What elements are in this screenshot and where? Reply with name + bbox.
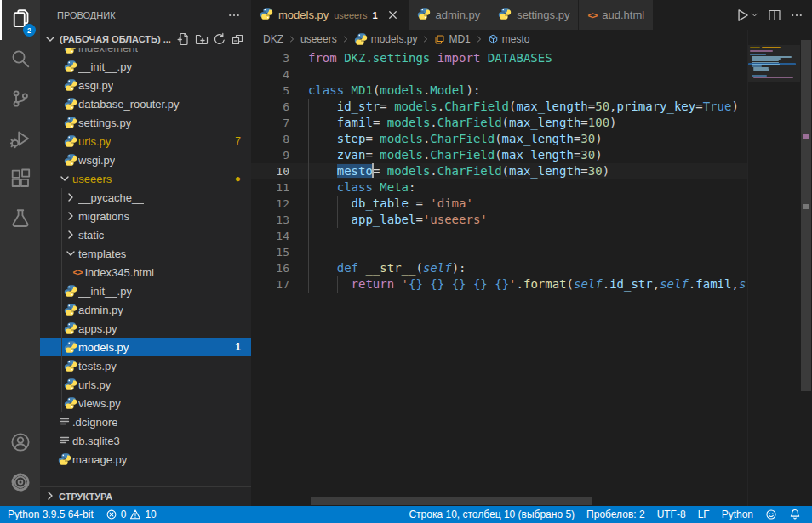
new-file-icon[interactable] [175, 31, 192, 48]
code-line-15: 15 [251, 244, 747, 260]
error-count: 0 [121, 509, 127, 520]
tree-item-indexlement[interactable]: indexlement [40, 48, 251, 57]
refresh-icon[interactable] [211, 31, 228, 48]
status-eol[interactable]: LF [692, 506, 716, 523]
more-actions-icon[interactable] [788, 7, 805, 24]
new-folder-icon[interactable] [193, 31, 210, 48]
run-python-file-icon[interactable] [733, 6, 761, 25]
python-icon [260, 7, 273, 23]
problems-badge: 1 [235, 341, 251, 353]
tree-item-label: apps.py [78, 322, 117, 335]
chevron-right-icon [63, 209, 78, 223]
tree-item-manage.py[interactable]: manage.py [40, 450, 251, 469]
outline-section-header[interactable]: СТРУКТУРА [40, 486, 251, 506]
source-control-icon [10, 88, 31, 112]
split-editor-icon[interactable] [766, 7, 783, 24]
tree-item-views.py[interactable]: views.py [40, 394, 251, 412]
tree-item-__init__.py[interactable]: __init__.py [40, 57, 251, 76]
views-and-more-icon[interactable] [226, 7, 243, 24]
activity-bar-search[interactable] [0, 40, 40, 80]
tree-item-wsgi.py[interactable]: wsgi.py [40, 151, 251, 169]
tree-item-models.py[interactable]: models.py 1 [40, 338, 251, 356]
editor[interactable]: DKZ useeers models.py MD1 mesto 3from DK… [251, 30, 812, 506]
tree-item-apps.py[interactable]: apps.py [40, 319, 251, 338]
activity-bar-testing[interactable] [0, 200, 40, 240]
tree-item-urls.py[interactable]: urls.py [40, 375, 251, 394]
tree-item-label: db.sqlite3 [72, 435, 120, 447]
tree-item-label: useeers [72, 173, 112, 185]
python-icon [63, 48, 78, 54]
tree-item-index345.html[interactable]: <>index345.html [40, 263, 251, 281]
gear-icon [10, 472, 31, 496]
status-notifications[interactable] [783, 506, 807, 523]
activity-bar-manage[interactable] [0, 463, 40, 503]
tab-aud.html[interactable]: <> aud.html [579, 0, 654, 30]
collapse-all-icon[interactable] [229, 31, 246, 48]
tree-item-admin.py[interactable]: admin.py [40, 300, 251, 319]
activity-bar-run-and-debug[interactable] [0, 120, 40, 160]
editor-area: models.py useeers 1 admin.py settings.py… [251, 0, 812, 506]
minimap[interactable] [747, 30, 800, 506]
tab-models.py[interactable]: models.py useeers 1 [251, 0, 409, 30]
breadcrumb-MD1[interactable]: MD1 [434, 33, 470, 45]
chevron-right-icon [63, 190, 78, 204]
warning-count: 10 [145, 509, 156, 520]
tab-settings.py[interactable]: settings.py [489, 0, 579, 30]
tree-item-settings.py[interactable]: settings.py [40, 113, 251, 132]
tree-item-tests.py[interactable]: tests.py [40, 356, 251, 375]
tree-item-migrations[interactable]: migrations [40, 207, 251, 225]
python-icon [63, 97, 78, 111]
tree-item-__init__.py[interactable]: __init__.py [40, 281, 251, 300]
tree-item-templates[interactable]: templates [40, 244, 251, 263]
tree-item-database_roouter.py[interactable]: database_roouter.py [40, 94, 251, 113]
python-icon [63, 60, 78, 73]
breadcrumb-useeers[interactable]: useeers [300, 33, 337, 45]
breadcrumb-label: useeers [300, 33, 337, 45]
tree-item-static[interactable]: static [40, 225, 251, 244]
vscode-window: 2 ПРОВОДНИК (РАБОЧАЯ ОБЛАСТЬ) ... [0, 0, 812, 506]
code-view[interactable]: 3from DKZ.settings import DATABASES 4 5c… [251, 48, 747, 496]
workspace-section-header[interactable]: (РАБОЧАЯ ОБЛАСТЬ) ... [40, 30, 251, 48]
code-line-4: 4 [251, 66, 747, 82]
status-label: LF [698, 509, 710, 520]
minimap-line [750, 50, 773, 52]
line-number: 11 [251, 179, 289, 196]
status-cursor-position[interactable]: Строка 10, столбец 10 (выбрано 5) [403, 506, 580, 523]
vertical-scrollbar[interactable] [800, 30, 812, 506]
status-encoding[interactable]: UTF-8 [651, 506, 692, 523]
activity-bar-source-control[interactable] [0, 80, 40, 120]
status-problems[interactable]: 0 10 [100, 506, 163, 523]
breadcrumb-DKZ[interactable]: DKZ [263, 33, 283, 45]
problems-badge: 7 [235, 135, 251, 147]
breadcrumb-mesto[interactable]: mesto [488, 33, 530, 45]
explorer-title: ПРОВОДНИК [57, 10, 116, 20]
activity-bar-accounts[interactable] [0, 424, 40, 463]
python-icon [63, 153, 78, 167]
tree-item-asgi.py[interactable]: asgi.py [40, 76, 251, 94]
tab-admin.py[interactable]: admin.py [409, 0, 490, 30]
breadcrumb-models.py[interactable]: models.py [354, 32, 418, 46]
tree-item-.dcignore[interactable]: .dcignore [40, 412, 251, 431]
tree-item-__pycache__[interactable]: __pycache__ [40, 188, 251, 207]
tree-item-db.sqlite3[interactable]: db.sqlite3 [40, 431, 251, 450]
tree-item-useeers[interactable]: useeers ● [40, 169, 251, 188]
status-indentation[interactable]: Пробелов: 2 [580, 506, 651, 523]
explorer-badge: 2 [23, 24, 36, 37]
status-bar: Python 3.9.5 64-bit 0 10 Строка 10, стол… [0, 506, 812, 523]
chevron-down-icon [57, 172, 72, 185]
status-feedback[interactable] [759, 506, 783, 523]
minimap-line [752, 60, 779, 61]
status-python-interpreter[interactable]: Python 3.9.5 64-bit [2, 506, 100, 523]
activity-bar-explorer[interactable]: 2 [0, 0, 40, 40]
tree-item-urls.py[interactable]: urls.py 7 [40, 132, 251, 151]
close-icon[interactable] [386, 9, 399, 21]
line-number: 3 [251, 50, 289, 66]
horizontal-scrollbar-thumb[interactable] [311, 497, 592, 505]
line-number: 7 [251, 115, 289, 131]
line-number: 15 [251, 244, 289, 260]
tree-item-label: indexlement [78, 48, 138, 54]
status-language-mode[interactable]: Python [716, 506, 759, 523]
activity-bar-extensions[interactable] [0, 160, 40, 200]
tree-item-label: admin.py [78, 304, 123, 316]
vertical-scrollbar-thumb[interactable] [801, 40, 811, 391]
